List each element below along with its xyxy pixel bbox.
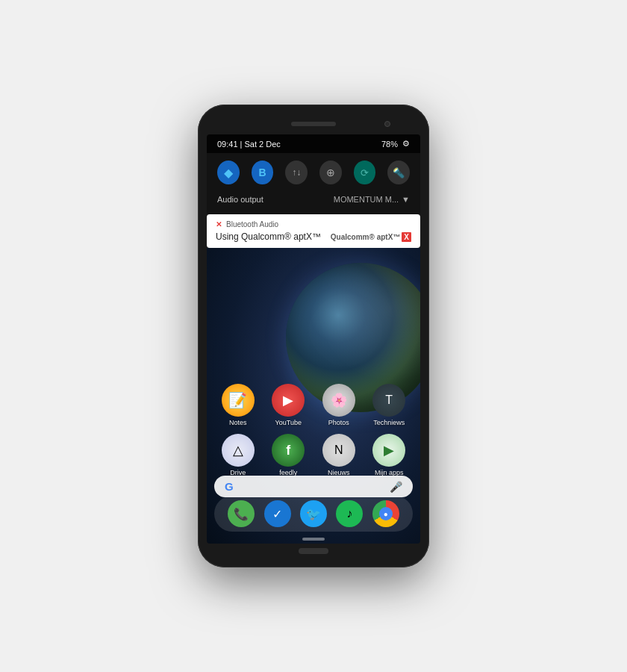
status-right: 78% ⚙ xyxy=(381,139,410,149)
techniews-label: Techniews xyxy=(373,419,405,426)
home-button[interactable] xyxy=(299,548,328,554)
app-row-2: △ Drive f feedly N Nieuws xyxy=(213,434,414,476)
quick-settings-panel: ◆ B ↑↓ ⊕ ⟳ 🔦 Audio output xyxy=(207,153,420,214)
audio-device-name: MOMENTUM M... xyxy=(334,195,399,204)
app-photos[interactable]: 🌸 Photos xyxy=(319,384,359,426)
nav-dot xyxy=(302,538,325,541)
app-youtube[interactable]: ▶ YouTube xyxy=(268,384,308,426)
wifi-icon: ◆ xyxy=(224,166,233,180)
dock-phone[interactable]: 📞 xyxy=(228,500,255,527)
notes-icon: 📝 xyxy=(222,384,255,417)
app-nieuws[interactable]: N Nieuws xyxy=(319,434,359,476)
date: Sat 2 Dec xyxy=(245,140,281,149)
status-bar: 09:41 | Sat 2 Dec 78% ⚙ xyxy=(207,134,420,153)
app-row-1: 📝 Notes ▶ YouTube 🌸 Photo xyxy=(213,384,414,426)
dock: 📞 ✓ 🐦 ♪ ● xyxy=(214,496,413,532)
data-toggle[interactable]: ↑↓ xyxy=(285,161,308,184)
spotify-icon: ♪ xyxy=(346,507,352,520)
mic-icon[interactable]: 🎤 xyxy=(390,481,402,493)
mijn-icon: ▶ xyxy=(372,434,405,467)
battery-percent: 78% xyxy=(381,140,398,149)
bluetooth-icon: B xyxy=(258,167,266,178)
app-drive[interactable]: △ Drive xyxy=(218,434,258,476)
flashlight-toggle[interactable]: 🔦 xyxy=(387,161,410,184)
bt-card-message: Using Qualcomm® aptX™ xyxy=(216,231,321,242)
notes-label: Notes xyxy=(229,419,247,426)
tasks-icon: ✓ xyxy=(272,507,282,521)
data-icon: ↑↓ xyxy=(292,167,301,178)
phone-bottom-bar xyxy=(207,544,420,559)
speaker xyxy=(291,122,336,126)
time: 09:41 xyxy=(217,140,238,149)
app-mijn[interactable]: ▶ Mijn apps xyxy=(369,434,409,476)
bluetooth-notification-card: ✕ Bluetooth Audio Using Qualcomm® aptX™ … xyxy=(207,214,420,248)
youtube-label: YouTube xyxy=(275,419,302,426)
nieuws-icon: N xyxy=(322,434,355,467)
bt-card-title: Bluetooth Audio xyxy=(226,220,278,228)
dock-chrome[interactable]: ● xyxy=(372,500,399,527)
chrome-icon: ● xyxy=(379,507,393,520)
app-notes[interactable]: 📝 Notes xyxy=(218,384,258,426)
app-feedly[interactable]: f feedly xyxy=(268,434,308,476)
aptx-logo: Qualcomm® aptX™ X xyxy=(331,232,411,242)
status-time-date: 09:41 | Sat 2 Dec xyxy=(217,140,281,149)
home-screen: 📝 Notes ▶ YouTube 🌸 Photo xyxy=(207,248,420,544)
youtube-icon: ▶ xyxy=(272,384,305,417)
feedly-icon: f xyxy=(272,434,305,467)
aptx-box: X xyxy=(402,232,411,242)
bluetooth-toggle[interactable]: B xyxy=(252,161,274,184)
quick-icon-row: ◆ B ↑↓ ⊕ ⟳ 🔦 xyxy=(217,161,410,184)
photos-icon: 🌸 xyxy=(322,384,355,417)
battery-icon: ⊕ xyxy=(326,167,335,178)
bt-card-header: ✕ Bluetooth Audio xyxy=(216,220,411,228)
dock-tasks[interactable]: ✓ xyxy=(264,500,291,527)
qualcomm-text: Qualcomm® aptX™ xyxy=(331,233,401,241)
google-g-logo: G xyxy=(225,480,234,493)
gear-icon[interactable]: ⚙ xyxy=(402,139,410,149)
flashlight-icon: 🔦 xyxy=(393,167,405,178)
rotate-icon: ⟳ xyxy=(361,167,369,178)
phone-top-bar xyxy=(207,113,420,134)
app-grid: 📝 Notes ▶ YouTube 🌸 Photo xyxy=(207,384,420,484)
twitter-icon: 🐦 xyxy=(306,507,321,521)
audio-device-selector[interactable]: MOMENTUM M... ▼ xyxy=(334,195,410,204)
drive-icon: △ xyxy=(222,434,255,467)
phone-screen: 09:41 | Sat 2 Dec 78% ⚙ ◆ B ↑↓ xyxy=(207,134,420,544)
techniews-icon: T xyxy=(372,384,405,417)
dock-twitter[interactable]: 🐦 xyxy=(300,500,327,527)
phone-icon: 📞 xyxy=(234,507,249,521)
battery-saver-toggle[interactable]: ⊕ xyxy=(319,161,342,184)
dropdown-icon: ▼ xyxy=(402,195,410,204)
close-icon[interactable]: ✕ xyxy=(216,220,222,228)
audio-label: Audio output xyxy=(217,195,263,204)
search-bar[interactable]: G 🎤 xyxy=(214,476,413,497)
wifi-toggle[interactable]: ◆ xyxy=(217,161,240,184)
dock-spotify[interactable]: ♪ xyxy=(336,500,363,527)
photos-label: Photos xyxy=(328,419,349,426)
app-techniews[interactable]: T Techniews xyxy=(369,384,409,426)
camera xyxy=(384,121,390,127)
phone-device: 09:41 | Sat 2 Dec 78% ⚙ ◆ B ↑↓ xyxy=(198,105,429,567)
audio-output-row: Audio output MOMENTUM M... ▼ xyxy=(217,192,410,207)
rotate-toggle[interactable]: ⟳ xyxy=(354,161,376,184)
nav-hint xyxy=(207,538,420,541)
bt-card-body: Using Qualcomm® aptX™ Qualcomm® aptX™ X xyxy=(216,231,411,242)
